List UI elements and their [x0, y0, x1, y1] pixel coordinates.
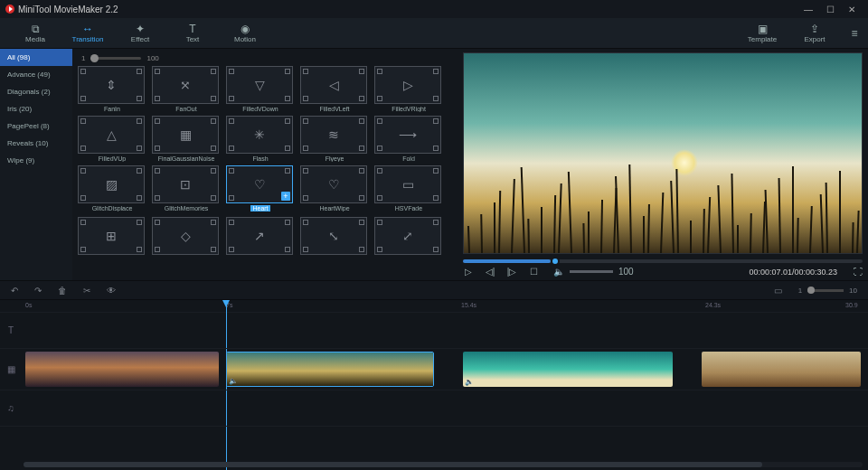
- sidebar-item-wipe[interactable]: Wipe (9): [0, 152, 72, 169]
- volume-control[interactable]: 🔈 100: [553, 267, 634, 277]
- transition-thumb[interactable]: ♡Heart: [226, 165, 295, 213]
- thumb-preview[interactable]: ▷: [374, 66, 441, 104]
- tool-label: Template: [736, 35, 788, 43]
- transition-thumb[interactable]: ▽FilledVDown: [226, 66, 295, 112]
- transition-thumb[interactable]: ⤢: [374, 217, 443, 257]
- player-controls: ▷ ◁| |▷ ☐ 🔈 100 00:00:07.01/00:00:30.23 …: [463, 267, 863, 277]
- split-button[interactable]: ✂: [83, 286, 90, 296]
- text-track[interactable]: T: [0, 313, 868, 349]
- thumb-label: HSVFade: [374, 205, 443, 212]
- thumb-preview[interactable]: ✳: [226, 116, 293, 154]
- stop-button[interactable]: ☐: [528, 267, 539, 277]
- thumb-preview[interactable]: ▦: [152, 116, 219, 154]
- prev-frame-button[interactable]: ◁|: [485, 267, 495, 277]
- thumb-preview[interactable]: ◁: [300, 66, 367, 104]
- zoom-track[interactable]: [807, 289, 844, 292]
- titlebar: MiniTool MovieMaker 2.2 — ☐ ✕: [0, 0, 868, 18]
- delete-button[interactable]: 🗑: [58, 286, 67, 296]
- timeline-scrollbar[interactable]: [24, 462, 863, 467]
- tool-motion[interactable]: ◉ Motion: [219, 23, 271, 43]
- thumb-preview[interactable]: △: [78, 116, 145, 154]
- slider-thumb[interactable]: [90, 54, 99, 62]
- tool-menu[interactable]: ≡: [841, 27, 868, 40]
- play-button[interactable]: ▷: [463, 267, 474, 277]
- zoom-thumb[interactable]: [807, 287, 815, 294]
- zoom-control[interactable]: 1 10: [798, 287, 857, 295]
- sidebar-item-all[interactable]: All (98): [0, 49, 72, 66]
- speed-button[interactable]: 👁: [107, 286, 116, 296]
- transition-thumb[interactable]: ✳Flash: [226, 116, 295, 162]
- text-track-icon: T: [0, 313, 22, 348]
- thumb-preview[interactable]: ▭: [374, 165, 441, 203]
- maximize-button[interactable]: ☐: [819, 5, 841, 14]
- undo-button[interactable]: ↶: [11, 286, 18, 296]
- slider-max: 100: [146, 54, 158, 62]
- clip-4[interactable]: [702, 352, 861, 387]
- transition-thumb[interactable]: ⇕FanIn: [78, 66, 146, 112]
- scrollbar-thumb[interactable]: [24, 462, 762, 467]
- sidebar-item-pagepeel[interactable]: PagePeel (8): [0, 118, 72, 135]
- clip-2-selected[interactable]: 🔈: [226, 352, 434, 387]
- thumb-preview[interactable]: ⤧: [152, 66, 219, 104]
- sidebar-item-reveals[interactable]: Reveals (10): [0, 135, 72, 152]
- thumb-preview[interactable]: ⇕: [78, 66, 145, 104]
- clip-3[interactable]: 🔈: [463, 352, 673, 387]
- tool-template[interactable]: ▣ Template: [736, 23, 788, 43]
- transition-thumb[interactable]: ≋Flyeye: [300, 116, 369, 162]
- transition-thumb[interactable]: ⤧FanOut: [152, 66, 221, 112]
- slider-track[interactable]: [90, 57, 141, 60]
- next-frame-button[interactable]: |▷: [506, 267, 517, 277]
- tool-transition[interactable]: ↔ Transition: [61, 23, 114, 43]
- transition-thumb[interactable]: ◁FilledVLeft: [300, 66, 369, 112]
- transition-thumb[interactable]: ⟶Fold: [374, 116, 443, 162]
- volume-track[interactable]: [570, 270, 613, 273]
- transition-thumb[interactable]: △FilledVUp: [78, 116, 146, 162]
- thumb-preview[interactable]: ⟶: [374, 116, 441, 154]
- transition-thumb[interactable]: ⊞: [78, 217, 146, 257]
- time-ruler[interactable]: 0s7s15.4s24.3s30.9: [0, 300, 868, 313]
- thumb-preview[interactable]: ♡: [226, 165, 293, 203]
- thumb-preview[interactable]: ⤡: [300, 217, 367, 255]
- tool-text[interactable]: T Text: [166, 23, 219, 43]
- clip-1[interactable]: [25, 352, 219, 387]
- sidebar-item-advance[interactable]: Advance (49): [0, 66, 72, 83]
- audio-track[interactable]: ♫: [0, 390, 868, 427]
- thumb-preview[interactable]: ⤢: [374, 217, 441, 255]
- transition-thumb[interactable]: ◇: [152, 217, 221, 257]
- thumb-preview[interactable]: ▨: [78, 165, 145, 203]
- sidebar-item-iris[interactable]: Iris (20): [0, 100, 72, 118]
- transition-thumb[interactable]: ▷FilledVRight: [374, 66, 443, 112]
- transition-thumb[interactable]: ▨GlitchDisplace: [78, 165, 146, 213]
- transition-thumb[interactable]: ▦FinalGaussianNoise: [152, 116, 221, 162]
- transition-thumb[interactable]: ⊡GlitchMemories: [152, 165, 221, 213]
- ruler-mark: 0s: [25, 302, 32, 308]
- transition-thumb[interactable]: ♡HeartWipe: [300, 165, 369, 213]
- thumb-preview[interactable]: ↗: [226, 217, 293, 255]
- seek-head[interactable]: [551, 257, 560, 266]
- redo-button[interactable]: ↷: [34, 286, 42, 296]
- preview-canvas[interactable]: [463, 52, 863, 254]
- transition-thumb[interactable]: ⤡: [300, 217, 369, 257]
- thumb-preview[interactable]: ▽: [226, 66, 293, 104]
- tool-effect[interactable]: ✦ Effect: [114, 23, 166, 43]
- sidebar-item-diagonals[interactable]: Diagonals (2): [0, 83, 72, 100]
- video-track[interactable]: ▦ 🔈 🔈: [0, 349, 868, 390]
- thumb-preview[interactable]: ⊞: [78, 217, 145, 255]
- thumb-size-slider[interactable]: 1 100: [81, 54, 452, 62]
- close-button[interactable]: ✕: [841, 5, 863, 14]
- fit-button[interactable]: ▭: [774, 286, 782, 296]
- minimize-button[interactable]: —: [797, 5, 819, 14]
- fullscreen-button[interactable]: ⛶: [854, 267, 863, 277]
- thumb-preview[interactable]: ⊡: [152, 165, 219, 203]
- transition-thumb[interactable]: ↗: [226, 217, 295, 257]
- slider-min: 1: [81, 54, 85, 62]
- tool-media[interactable]: ⧉ Media: [9, 23, 61, 43]
- zoom-min: 1: [798, 287, 802, 295]
- seek-bar[interactable]: [463, 259, 863, 263]
- transition-thumb[interactable]: ▭HSVFade: [374, 165, 443, 213]
- thumb-preview[interactable]: ◇: [152, 217, 219, 255]
- tool-label: Transition: [61, 35, 114, 43]
- tool-export[interactable]: ⇪ Export: [788, 23, 841, 43]
- thumb-preview[interactable]: ♡: [300, 165, 367, 203]
- thumb-preview[interactable]: ≋: [300, 116, 367, 154]
